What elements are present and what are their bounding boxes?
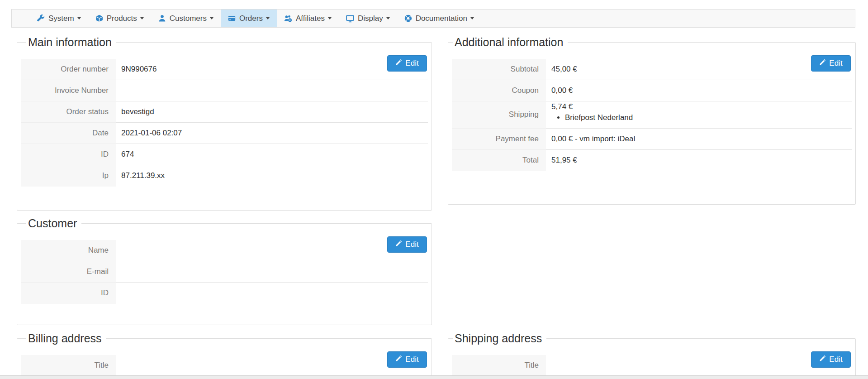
edit-button[interactable]: Edit	[387, 351, 427, 368]
panel-title: Customer	[26, 217, 81, 230]
table-row: Order status bevestigd	[21, 101, 428, 123]
table-row: ID	[21, 283, 428, 304]
shipping-method-item: Briefpost Nederland	[565, 112, 852, 124]
billing-address-panel: Billing address Edit Title	[17, 332, 432, 379]
nav-item-label: Display	[358, 14, 383, 23]
pencil-icon	[395, 240, 402, 249]
field-value: 0,00 €	[546, 80, 852, 101]
shipping-method-list: Briefpost Nederland	[551, 112, 852, 124]
nav-item-label: Products	[107, 14, 137, 23]
table-row: ID 674	[21, 144, 428, 165]
customer-table: Name E-mail ID	[21, 240, 428, 304]
field-label: Title	[452, 355, 546, 376]
field-label: Ip	[21, 165, 116, 187]
field-value	[546, 355, 852, 376]
edit-button[interactable]: Edit	[811, 351, 851, 368]
panel-title: Shipping address	[453, 332, 546, 345]
nav-item-affiliates[interactable]: Affiliates	[277, 10, 339, 27]
life-ring-icon	[404, 14, 412, 22]
table-row: Name	[21, 240, 428, 261]
cube-icon	[95, 14, 103, 22]
shipping-amount: 5,74 €	[551, 101, 852, 111]
billing-address-table: Title	[21, 355, 428, 377]
customer-panel: Customer Edit Name E-mail ID	[17, 217, 432, 325]
table-row: Payment fee 0,00 € - vm import: iDeal	[452, 128, 852, 149]
nav-item-display[interactable]: Display	[339, 10, 397, 27]
field-label: ID	[21, 144, 116, 165]
field-label: Shipping	[452, 101, 546, 129]
table-row: Title	[21, 355, 428, 376]
users-gear-icon	[284, 14, 292, 23]
nav-item-label: System	[48, 14, 74, 23]
additional-information-panel: Additional information Edit Subtotal 45,…	[448, 36, 856, 205]
chevron-down-icon	[77, 17, 81, 19]
credit-card-icon	[228, 14, 236, 22]
field-value	[116, 355, 428, 376]
chevron-down-icon	[140, 17, 144, 19]
field-value: 87.211.39.xx	[116, 165, 428, 187]
field-value	[116, 261, 428, 283]
nav-item-orders[interactable]: Orders	[221, 10, 277, 27]
field-value	[116, 283, 428, 304]
field-value: 5,74 € Briefpost Nederland	[546, 101, 852, 129]
field-label: ID	[21, 283, 116, 304]
chevron-down-icon	[328, 17, 332, 19]
pencil-icon	[819, 59, 826, 68]
chevron-down-icon	[386, 17, 390, 19]
field-label: Payment fee	[452, 128, 546, 149]
field-label: Invoice Number	[21, 80, 116, 101]
user-icon	[158, 14, 166, 22]
wrench-icon	[37, 14, 45, 22]
chevron-down-icon	[210, 17, 213, 19]
nav-item-customers[interactable]: Customers	[151, 10, 221, 27]
table-row: Date 2021-01-06 02:07	[21, 123, 428, 144]
nav-item-label: Affiliates	[296, 14, 325, 23]
table-row: Shipping 5,74 € Briefpost Nederland	[452, 101, 852, 129]
chevron-down-icon	[266, 17, 270, 19]
field-value: 0,00 € - vm import: iDeal	[546, 128, 852, 149]
field-label: Order number	[21, 59, 116, 80]
field-value: 45,00 €	[546, 59, 852, 80]
main-information-panel: Main information Edit Order number 9N990…	[17, 36, 432, 211]
top-navbar: System Products Customers Orders Affilia…	[11, 9, 855, 28]
table-row: Subtotal 45,00 €	[452, 59, 852, 80]
nav-item-label: Orders	[239, 14, 263, 23]
shipping-address-panel: Shipping address Edit Title	[448, 332, 856, 379]
nav-item-system[interactable]: System	[30, 10, 88, 27]
field-value: 674	[116, 144, 428, 165]
table-row: Order number 9N990676	[21, 59, 428, 80]
field-label: Subtotal	[452, 59, 546, 80]
nav-item-label: Documentation	[416, 14, 467, 23]
field-value: 2021-01-06 02:07	[116, 123, 428, 144]
pencil-icon	[819, 355, 826, 364]
field-label: Total	[452, 149, 546, 171]
table-row: E-mail	[21, 261, 428, 283]
table-row: Total 51,95 €	[452, 149, 852, 171]
panel-title: Billing address	[26, 332, 106, 345]
field-value	[116, 80, 428, 101]
edit-button[interactable]: Edit	[811, 55, 851, 72]
field-value: bevestigd	[116, 101, 428, 123]
field-label: Date	[21, 123, 116, 144]
edit-button[interactable]: Edit	[387, 55, 427, 72]
panel-title: Additional information	[453, 36, 568, 49]
table-row: Invoice Number	[21, 80, 428, 101]
field-label: Name	[21, 240, 116, 261]
pencil-icon	[395, 59, 402, 68]
field-value	[116, 240, 428, 261]
nav-item-products[interactable]: Products	[88, 10, 151, 27]
chevron-down-icon	[470, 17, 474, 19]
main-information-table: Order number 9N990676 Invoice Number Ord…	[21, 59, 428, 187]
edit-button[interactable]: Edit	[387, 236, 427, 253]
field-value: 51,95 €	[546, 149, 852, 171]
nav-item-documentation[interactable]: Documentation	[397, 10, 481, 27]
field-label: Order status	[21, 101, 116, 123]
shipping-address-table: Title	[452, 355, 852, 377]
table-row: Ip 87.211.39.xx	[21, 165, 428, 187]
field-label: E-mail	[21, 261, 116, 283]
table-row: Title	[452, 355, 852, 376]
monitor-icon	[346, 14, 354, 23]
field-label: Title	[21, 355, 116, 376]
nav-item-label: Customers	[170, 14, 207, 23]
additional-information-table: Subtotal 45,00 € Coupon 0,00 € Shipping …	[452, 59, 852, 171]
